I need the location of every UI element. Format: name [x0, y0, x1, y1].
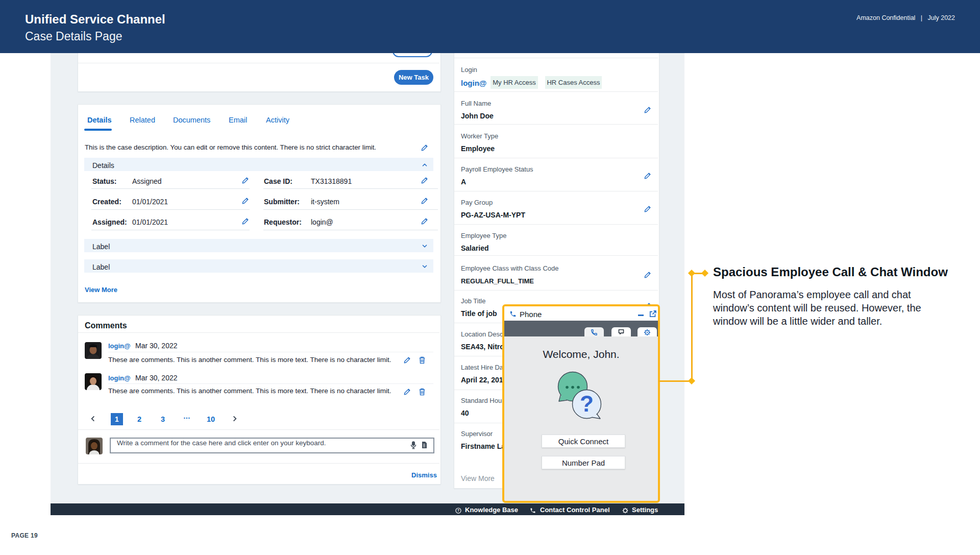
- svg-text:?: ?: [457, 509, 459, 513]
- svg-text:?: ?: [580, 391, 594, 416]
